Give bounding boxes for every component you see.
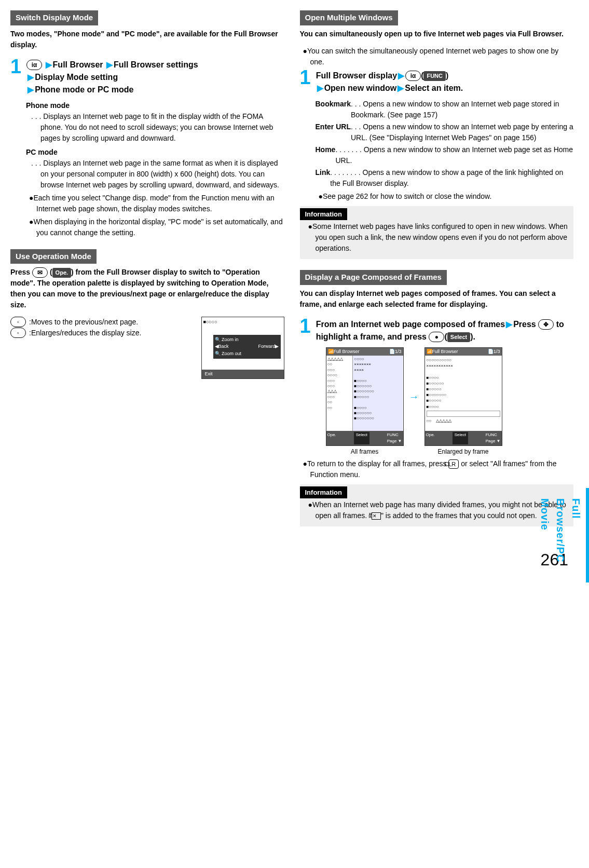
def-row: Enter URL . . . Opens a new window to sh… [316, 121, 574, 143]
bullet-text: ●You can switch the simultaneously opene… [303, 46, 574, 67]
ialpha-icon: iα [405, 71, 421, 81]
all-frames-screenshot: 📶Full Browser📄1/3 △△△△△○○○○○○○○○○○○○○○△△… [326, 347, 404, 446]
step-number: 1 [300, 67, 311, 87]
caption-row: All frames Enlarged by frame [326, 447, 574, 456]
def-row: Link . . . . . . . . Opens a new window … [316, 167, 574, 189]
switch-display-intro: Two modes, "Phone mode" and "PC mode", a… [10, 29, 284, 50]
arrow-icon: ▶ [28, 73, 34, 82]
switch-display-header: Switch Display Mode [10, 10, 98, 25]
information-label: Information [300, 486, 348, 499]
phone-mode-label: Phone mode [26, 100, 284, 111]
pc-mode-desc: . . . Displays an Internet web page in t… [31, 158, 284, 191]
operation-palette-screenshot: ■○○○○ 🔍 Zoom in ◀BackForward▶ 🔍 Zoom out… [201, 317, 284, 379]
def-row: Home . . . . . . . Opens a new window to… [316, 144, 574, 166]
select-label: Select [447, 332, 470, 342]
step-text: Full Browser display [316, 71, 397, 80]
arrow-icon: ▶ [28, 85, 34, 94]
arrow-icon: ▶ [398, 84, 404, 92]
step-text: From an Internet web page composed of fr… [316, 320, 505, 329]
step-number: 1 [10, 57, 21, 76]
bullet-text: ●When displaying in the horizontal displ… [29, 216, 284, 238]
page-number: 261 [10, 547, 573, 572]
side-section-label: Full Browser/PC Movie [537, 498, 584, 582]
operation-desc: :Moves to the previous/next page. [29, 317, 138, 328]
arrow-icon: ▶ [46, 60, 52, 69]
dpad-lr-icon: ◦ [10, 317, 26, 327]
open-new-window-step: 1 Full Browser display▶iα(FUNC) ▶Open ne… [300, 67, 574, 94]
caption: Enlarged by frame [424, 447, 502, 456]
info-text: ●When an Internet web page has many divi… [308, 499, 569, 521]
arrow-icon: ▶ [398, 71, 404, 80]
information-box: Information ●When an Internet web page h… [300, 484, 574, 527]
mail-icon: ✉ [32, 267, 48, 278]
step-text: Full Browser settings [114, 60, 198, 69]
def-row: Bookmark . . . Opens a new window to sho… [316, 99, 574, 120]
operation-row: ◦ :Enlarges/reduces the display size. [10, 328, 197, 338]
bullet-text: ●To return to the display for all frames… [303, 458, 574, 480]
frames-step: 1 From an Internet web page composed of … [300, 316, 574, 343]
dpad-ud-icon: ◦ [10, 328, 26, 338]
frame-blocked-icon: ⊞✕ [372, 512, 381, 520]
step-text: Full Browser [53, 60, 103, 69]
clr-key: CLR [448, 459, 459, 469]
center-key-icon: ● [429, 332, 444, 342]
pc-mode-label: PC mode [26, 147, 284, 158]
arrow-icon: → [409, 389, 419, 404]
phone-mode-desc: . . . Displays an Internet web page to f… [31, 111, 284, 144]
step-text: Open new window [324, 84, 397, 92]
open-multiple-intro: You can simultaneously open up to five I… [300, 29, 574, 39]
ope-label: Ope. [52, 268, 71, 278]
arrow-icon: ▶ [317, 84, 323, 92]
func-label: FUNC [423, 71, 446, 81]
ialpha-icon: iα [26, 60, 42, 70]
frames-header: Display a Page Composed of Frames [300, 270, 447, 285]
info-text: ●Some Internet web pages have links conf… [308, 221, 569, 254]
operation-desc: :Enlarges/reduces the display size. [29, 328, 141, 338]
bullet-text: ●Each time you select "Change disp. mode… [29, 193, 284, 214]
step-text: Select an item. [405, 84, 463, 92]
frames-intro: You can display Internet web pages compo… [300, 288, 574, 310]
dpad-icon: ✥ [538, 319, 554, 330]
use-operation-intro: Press ✉ (Ope.) from the Full Browser dis… [10, 267, 284, 310]
open-multiple-header: Open Multiple Windows [300, 10, 398, 25]
step-number: 1 [300, 316, 311, 336]
frame-example-images: 📶Full Browser📄1/3 △△△△△○○○○○○○○○○○○○○○△△… [326, 347, 574, 446]
information-label: Information [300, 208, 348, 221]
enlarged-frame-screenshot: 📶Full Browser📄1/3 ○○○○○○○○○○×××××××××××■… [424, 347, 502, 446]
bullet-text: ●See page 262 for how to switch or close… [319, 191, 574, 202]
side-color-bar [586, 488, 589, 582]
arrow-icon: ▶ [106, 60, 113, 69]
use-operation-header: Use Operation Mode [10, 249, 97, 264]
step-text: Phone mode or PC mode [35, 85, 133, 94]
step-text: Display Mode setting [35, 73, 118, 82]
information-box: Information ●Some Internet web pages hav… [300, 206, 574, 260]
operation-row: ◦ :Moves to the previous/next page. [10, 317, 197, 328]
arrow-icon: ▶ [506, 320, 512, 329]
caption: All frames [326, 447, 404, 456]
switch-display-step: 1 iα ▶Full Browser ▶Full Browser setting… [10, 57, 284, 96]
